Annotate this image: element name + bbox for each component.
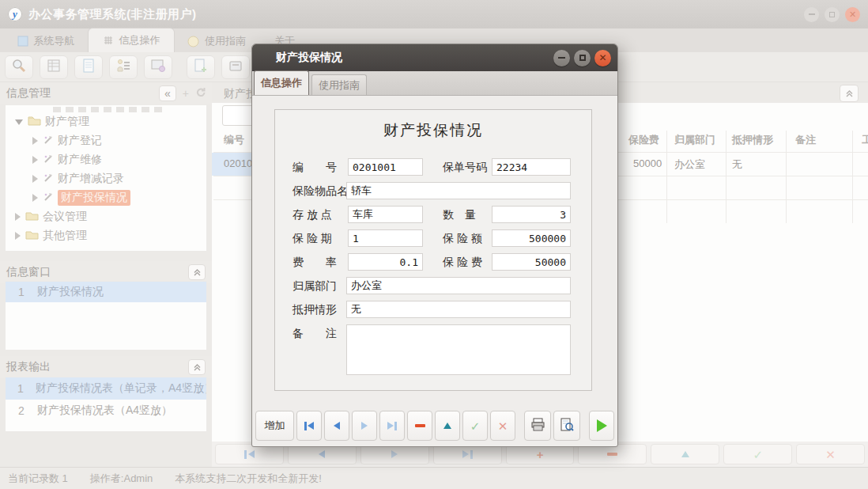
tool-icon [43,154,55,166]
field-label-storage: 存 放 点 [292,208,332,222]
print-button[interactable] [524,411,551,441]
info-window-panel-header: 信息窗口 [0,261,212,283]
delete-record-button[interactable] [407,411,432,441]
quantity-input[interactable] [492,206,571,223]
field-label-mortgage: 抵押情形 [292,303,337,317]
tab-system-nav[interactable]: 系统导航 [3,30,89,52]
table-row-cell[interactable]: 办公室 [674,157,705,172]
tree-leaf-property-register[interactable]: 财产登记 [6,131,206,150]
minimize-button[interactable] [804,7,819,22]
archive-button[interactable] [221,55,250,79]
col-header[interactable]: 备注 [795,133,816,147]
rate-input[interactable] [348,253,423,271]
printer-icon [530,418,545,434]
folder-icon [28,116,41,128]
collapse-sidebar-button[interactable]: « [159,85,176,101]
insured-amount-input[interactable] [492,229,571,247]
refresh-icon[interactable] [195,87,206,100]
table-icon [46,58,62,77]
tree-leaf-property-insurance[interactable]: 财产投保情况 [6,188,206,207]
collapse-up-icon[interactable] [188,359,206,375]
mortgage-input[interactable] [346,301,571,318]
info-mgmt-panel-header: 信息管理 « + [0,82,212,104]
col-header-clipped[interactable]: 工 [862,133,868,147]
number-input[interactable] [348,158,423,176]
report-output-list: 1 财产投保情况表（单记录，A4竖放） 2 财产投保情况表（A4竖放） [5,377,207,432]
next-record-button[interactable] [352,411,377,441]
collapsed-arrow-icon[interactable] [32,156,38,164]
confirm-button[interactable]: ✓ [723,444,792,464]
remarks-textarea[interactable] [346,324,571,375]
user-report-button[interactable] [109,55,138,79]
dialog-tab-user-guide[interactable]: 使用指南 [311,74,367,95]
search-button[interactable] [5,55,33,79]
col-header[interactable]: 抵押情形 [732,133,773,147]
col-header[interactable]: 保险费 [628,133,659,147]
edit-record-button[interactable] [651,444,719,464]
field-label-number: 编 号 [292,161,337,175]
policy-number-input[interactable] [492,158,571,176]
minus-icon [607,453,617,456]
expanded-arrow-icon[interactable] [15,119,23,125]
maximize-button[interactable] [825,7,840,22]
collapsed-arrow-icon[interactable] [32,175,38,183]
up-triangle-icon [443,423,451,429]
last-icon [462,450,469,458]
tree-leaf-property-repair[interactable]: 财产维修 [6,150,206,169]
department-input[interactable] [346,277,571,294]
tree-leaf-property-change-log[interactable]: 财产增减记录 [6,169,206,188]
window-preview-button[interactable] [144,55,172,79]
cancel-button[interactable]: ✕ [796,444,865,464]
first-record-button[interactable] [296,411,322,441]
insurance-period-input[interactable] [348,229,423,247]
collapsed-arrow-icon[interactable] [15,213,21,221]
collapse-content-button[interactable] [840,85,859,102]
cancel-button[interactable]: ✕ [490,411,515,441]
list-item[interactable]: 2 财产投保情况表（A4竖放） [6,400,206,422]
collapsed-arrow-icon[interactable] [15,232,21,240]
col-header[interactable]: 编号 [224,133,244,147]
table-row-cell[interactable]: 50000 [633,157,662,169]
info-window-list: 1 财产投保情况 [5,281,207,351]
search-icon [11,58,27,77]
item-name-input[interactable] [346,182,571,199]
tree-folder-meeting-mgmt[interactable]: 会议管理 [6,207,206,226]
tree-folder-property-mgmt[interactable]: 财产管理 [6,112,206,131]
prev-icon [334,422,340,430]
edit-record-button[interactable] [435,411,460,441]
list-item[interactable]: 1 财产投保情况表（单记录，A4竖放） [6,377,206,400]
dialog-tab-info-operation[interactable]: 信息操作 [254,70,309,95]
table-row-cell[interactable]: 无 [732,157,742,172]
table-grid-line [852,131,853,223]
new-record-button[interactable] [187,55,215,79]
col-header[interactable]: 归属部门 [674,133,715,147]
premium-input[interactable] [492,253,571,271]
insurance-dialog: 财产投保情况 ✕ 信息操作 使用指南 财产投保情况 编 号 保单号码 保险物品名… [251,44,618,447]
collapsed-arrow-icon[interactable] [32,194,38,202]
run-button[interactable] [589,411,614,441]
tree-folder-other-mgmt[interactable]: 其他管理 [6,226,206,245]
dialog-button-bar: 增加 ✓ ✕ [255,411,614,441]
nav-tree: 财产管理 财产登记 财产维修 财产增减记录 财产投保情况 会议管理 [5,104,207,252]
tab-info-operation[interactable]: 信息操作 [89,28,174,52]
print-preview-button[interactable] [553,411,580,441]
list-item[interactable]: 1 财产投保情况 [6,282,206,302]
prev-record-button[interactable] [324,411,349,441]
collapse-up-icon[interactable] [188,264,206,280]
last-record-button[interactable] [379,411,405,441]
add-icon[interactable]: + [183,87,189,100]
add-button[interactable]: 增加 [255,411,294,441]
confirm-button[interactable]: ✓ [462,411,488,441]
dialog-minimize-button[interactable] [553,50,570,66]
collapsed-arrow-icon[interactable] [32,137,38,145]
dialog-maximize-button[interactable] [574,50,591,66]
table-view-button[interactable] [40,55,68,79]
close-button[interactable]: ✕ [845,7,860,22]
dialog-close-button[interactable]: ✕ [594,50,611,66]
table-grid-line [726,131,726,223]
document-button[interactable] [74,55,103,79]
tab-user-guide[interactable]: 使用指南 [174,30,259,52]
next-icon [361,422,368,430]
minimize-icon [809,13,815,15]
storage-input[interactable] [348,206,423,223]
